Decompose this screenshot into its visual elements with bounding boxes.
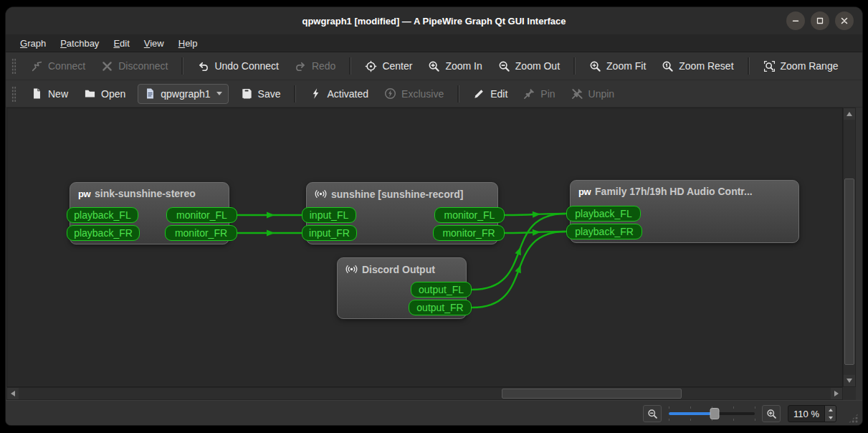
maximize-button[interactable] <box>811 11 829 30</box>
scroll-down-button[interactable] <box>844 375 855 386</box>
arrow-down-icon <box>829 417 833 419</box>
menu-edit[interactable]: Edit <box>106 37 136 50</box>
zoom-in-icon <box>428 60 440 72</box>
pw-icon: pw <box>578 186 591 197</box>
pin-icon <box>523 87 535 100</box>
port-sink-playback_FL[interactable]: playback_FL <box>67 207 138 223</box>
arrow-down-icon <box>846 379 852 383</box>
button-label: Redo <box>312 60 335 72</box>
patchbay-file-icon <box>144 87 156 100</box>
connection-arrow-icon <box>515 265 520 273</box>
port-family-playback_FR[interactable]: playback_FR <box>566 224 642 239</box>
zoom-range-button[interactable]: Zoom Range <box>757 57 845 76</box>
zoom-slider[interactable] <box>669 406 755 422</box>
close-button[interactable] <box>835 11 854 30</box>
port-sunshine-monitor_FL[interactable]: monitor_FL <box>434 207 505 223</box>
node-title: pwsink-sunshine-stereo <box>70 183 229 199</box>
zoom-reset-button[interactable]: Zoom Reset <box>655 57 740 76</box>
edit-button[interactable]: Edit <box>467 84 514 103</box>
button-label: New <box>48 88 68 100</box>
button-label: Undo Connect <box>214 60 279 72</box>
toolbar-drag-handle[interactable] <box>11 58 16 74</box>
zoom-spinbox[interactable]: 110 % <box>788 405 836 422</box>
stream-icon <box>345 263 358 275</box>
toolbar-separator <box>457 85 459 103</box>
port-discord-output_FL[interactable]: output_FL <box>411 282 472 298</box>
menu-view[interactable]: View <box>137 37 171 50</box>
undo-connect-button[interactable]: Undo Connect <box>191 57 285 76</box>
toolbar-separator <box>349 57 351 75</box>
graph-canvas[interactable]: pwsink-sunshine-stereoplayback_FLplaybac… <box>6 108 843 387</box>
unpin-icon <box>571 87 583 100</box>
maximize-icon <box>814 15 826 27</box>
pw-icon: pw <box>78 189 90 199</box>
open-button[interactable]: Open <box>77 84 132 103</box>
button-label: Exclusive <box>401 88 444 100</box>
zoom-out-button[interactable]: Zoom Out <box>492 57 566 76</box>
resize-grip[interactable] <box>848 413 859 424</box>
menu-patchbay[interactable]: Patchbay <box>53 37 106 50</box>
toolbar-separator <box>573 57 576 75</box>
scroll-right-button[interactable] <box>831 388 842 399</box>
scroll-up-button[interactable] <box>844 108 855 120</box>
button-label: Center <box>382 60 412 72</box>
connection-arrow-icon <box>515 247 520 255</box>
zoom-range-icon <box>763 60 776 72</box>
patchbay-select[interactable]: qpwgraph1 <box>138 84 228 104</box>
activated-button[interactable]: Activated <box>303 84 375 103</box>
toolbar-drag-handle[interactable] <box>11 86 16 102</box>
port-sunshine-monitor_FR[interactable]: monitor_FR <box>433 225 505 241</box>
connection-layer <box>6 108 843 387</box>
center-icon <box>365 60 377 72</box>
zoom-in-button[interactable] <box>762 405 781 422</box>
spin-down-button[interactable] <box>825 414 836 422</box>
exclusive-button: Exclusive <box>378 84 450 103</box>
arrow-left-icon <box>11 391 15 396</box>
port-sink-playback_FR[interactable]: playback_FR <box>67 225 140 241</box>
horizontal-scrollbar[interactable] <box>6 387 843 400</box>
zoom-fit-icon <box>589 60 601 72</box>
redo-icon <box>295 60 307 72</box>
pin-button: Pin <box>517 84 561 103</box>
arrow-up-icon <box>829 409 833 411</box>
connect-button: Connect <box>24 57 92 76</box>
port-sunshine-input_FL[interactable]: input_FL <box>302 207 356 223</box>
disconnect-button: Disconnect <box>95 57 174 76</box>
zoom-in-button[interactable]: Zoom In <box>421 57 488 76</box>
zoom-out-button[interactable] <box>643 405 662 422</box>
port-discord-output_FR[interactable]: output_FR <box>409 300 472 315</box>
port-sink-monitor_FR[interactable]: monitor_FR <box>165 225 237 241</box>
vertical-scrollbar[interactable] <box>843 108 856 387</box>
toolbar-separator <box>181 57 183 75</box>
center-button[interactable]: Center <box>358 57 419 76</box>
horizontal-scroll-thumb[interactable] <box>502 389 682 399</box>
minimize-button[interactable] <box>786 11 805 30</box>
button-label: Unpin <box>588 88 615 100</box>
menu-graph[interactable]: Graph <box>13 37 53 50</box>
zoom-fit-button[interactable]: Zoom Fit <box>583 57 652 76</box>
zoom-value: 110 % <box>788 406 824 422</box>
activated-icon <box>310 87 322 100</box>
toolbar-main-items: ConnectDisconnectUndo ConnectRedoCenterZ… <box>24 57 844 76</box>
connect-icon <box>31 60 43 72</box>
titlebar[interactable]: qpwgraph1 [modified] — A PipeWire Graph … <box>6 7 862 34</box>
stream-icon <box>315 188 327 200</box>
chevron-down-icon <box>216 92 222 95</box>
spin-up-button[interactable] <box>825 406 836 414</box>
port-sink-monitor_FL[interactable]: monitor_FL <box>166 207 237 223</box>
button-label: Pin <box>540 88 555 100</box>
desktop: qpwgraph1 [modified] — A PipeWire Graph … <box>0 0 868 433</box>
port-family-playback_FL[interactable]: playback_FL <box>566 206 641 222</box>
zoom-slider-handle[interactable] <box>710 408 719 419</box>
port-sunshine-input_FR[interactable]: input_FR <box>302 225 357 241</box>
scroll-left-button[interactable] <box>7 388 19 399</box>
button-label: Activated <box>327 88 368 100</box>
unpin-button: Unpin <box>565 84 621 103</box>
vertical-scroll-thumb[interactable] <box>844 179 854 365</box>
toolbar-main: ConnectDisconnectUndo ConnectRedoCenterZ… <box>6 52 862 80</box>
menu-help[interactable]: Help <box>171 37 205 50</box>
save-button[interactable]: Save <box>234 84 287 103</box>
connection-arrow-icon <box>267 212 275 219</box>
new-button[interactable]: New <box>24 84 75 103</box>
connection-arrow-icon <box>267 230 275 237</box>
